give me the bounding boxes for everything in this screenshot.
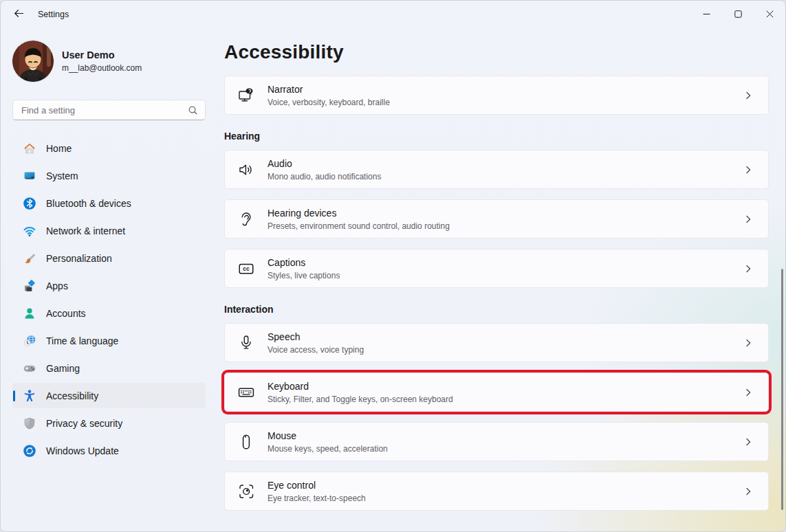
row-title: Audio [268, 158, 743, 169]
chevron-right-icon [743, 165, 753, 175]
sidebar-item-label: Gaming [46, 363, 80, 374]
row-title: Keyboard [268, 381, 743, 392]
close-button[interactable] [754, 1, 785, 28]
section-header-interaction: Interaction [224, 304, 769, 315]
system-icon [23, 169, 36, 183]
accessibility-icon [23, 389, 36, 403]
page-title: Accessibility [224, 41, 769, 63]
sidebar: User Demo m__lab@outlook.com HomeSystemB… [12, 28, 206, 465]
network-icon [23, 224, 36, 238]
chevron-right-icon [743, 388, 753, 397]
profile-name: User Demo [62, 49, 142, 60]
settings-row-hearing-devices[interactable]: Hearing devicesPresets, environment soun… [224, 199, 769, 239]
hearing-devices-icon [237, 210, 255, 228]
settings-row-captions[interactable]: ccCaptionsStyles, live captions [224, 249, 769, 288]
row-text: Eye controlEye tracker, text-to-speech [268, 480, 743, 503]
gaming-icon [23, 362, 36, 375]
home-icon [23, 142, 36, 155]
sidebar-item-windows-update[interactable]: Windows Update [12, 438, 206, 463]
row-text: KeyboardSticky, Filter, and Toggle keys,… [268, 381, 743, 404]
settings-sections: NarratorVoice, verbosity, keyboard, brai… [224, 76, 769, 511]
svg-text:cc: cc [243, 265, 250, 272]
settings-row-mouse[interactable]: MouseMouse keys, speed, acceleration [224, 422, 769, 461]
row-subtitle: Voice access, voice typing [268, 345, 743, 355]
search-input[interactable] [20, 104, 184, 116]
titlebar: Settings [1, 1, 785, 28]
section-header-hearing: Hearing [224, 131, 769, 142]
sidebar-item-label: Personalization [46, 253, 112, 264]
search-icon [188, 105, 198, 115]
chevron-right-icon [743, 487, 753, 496]
sidebar-item-apps[interactable]: Apps [12, 273, 206, 298]
sidebar-item-home[interactable]: Home [12, 135, 206, 161]
close-icon [766, 8, 774, 21]
vertical-scrollbar[interactable] [781, 269, 783, 510]
sidebar-item-privacy-security[interactable]: Privacy & security [12, 410, 206, 436]
settings-row-eye-control[interactable]: Eye controlEye tracker, text-to-speech [224, 472, 769, 511]
row-text: Hearing devicesPresets, environment soun… [268, 208, 743, 231]
chevron-right-icon [743, 91, 753, 100]
row-subtitle: Eye tracker, text-to-speech [268, 494, 743, 503]
row-subtitle: Styles, live captions [268, 271, 743, 280]
settings-row-keyboard[interactable]: KeyboardSticky, Filter, and Toggle keys,… [224, 373, 769, 412]
sidebar-item-label: Windows Update [46, 445, 119, 456]
speech-icon [237, 334, 255, 352]
sidebar-item-accounts[interactable]: Accounts [12, 300, 206, 326]
sidebar-item-label: Accounts [46, 308, 86, 319]
windows-update-icon [23, 444, 36, 458]
sidebar-item-time-language[interactable]: Time & language [12, 328, 206, 353]
row-title: Eye control [268, 480, 743, 491]
row-text: SpeechVoice access, voice typing [268, 331, 743, 355]
time-language-icon [23, 334, 36, 348]
sidebar-item-label: Home [46, 143, 72, 154]
sidebar-item-label: Apps [46, 280, 68, 291]
keyboard-icon [237, 384, 255, 401]
row-title: Mouse [268, 430, 743, 441]
back-arrow-icon [12, 8, 24, 22]
settings-window: Settings [0, 0, 786, 532]
minimize-button[interactable] [690, 1, 722, 28]
profile-text: User Demo m__lab@outlook.com [62, 49, 142, 73]
row-text: MouseMouse keys, speed, acceleration [268, 430, 743, 454]
app-title: Settings [38, 10, 69, 19]
back-button[interactable] [6, 4, 30, 25]
window-controls [690, 1, 785, 28]
audio-icon [237, 161, 255, 179]
sidebar-item-system[interactable]: System [12, 163, 206, 188]
privacy-icon [23, 417, 36, 430]
sidebar-item-label: Privacy & security [46, 418, 122, 429]
settings-row-speech[interactable]: SpeechVoice access, voice typing [224, 323, 769, 362]
sidebar-nav: HomeSystemBluetooth & devicesNetwork & i… [12, 135, 206, 463]
search-box[interactable] [12, 100, 206, 120]
sidebar-item-bluetooth-devices[interactable]: Bluetooth & devices [12, 190, 206, 216]
row-text: AudioMono audio, audio notifications [268, 158, 743, 181]
narrator-icon [237, 87, 255, 104]
main-content: Accessibility NarratorVoice, verbosity, … [224, 28, 769, 521]
captions-icon: cc [237, 260, 255, 278]
row-subtitle: Voice, verbosity, keyboard, braille [268, 98, 743, 107]
row-title: Hearing devices [268, 208, 743, 219]
maximize-button[interactable] [722, 1, 754, 28]
chevron-right-icon [743, 338, 753, 348]
row-subtitle: Sticky, Filter, and Toggle keys, on-scre… [268, 395, 743, 404]
personalization-icon [23, 252, 36, 265]
chevron-right-icon [743, 437, 753, 447]
sidebar-item-gaming[interactable]: Gaming [12, 355, 206, 381]
row-title: Narrator [268, 84, 743, 95]
sidebar-item-accessibility[interactable]: Accessibility [12, 383, 206, 408]
settings-row-narrator[interactable]: NarratorVoice, verbosity, keyboard, brai… [224, 76, 769, 115]
avatar [12, 41, 54, 82]
row-title: Captions [268, 257, 743, 268]
sidebar-item-label: Time & language [46, 335, 118, 346]
sidebar-item-label: System [46, 170, 78, 181]
settings-row-audio[interactable]: AudioMono audio, audio notifications [224, 150, 769, 189]
accounts-icon [23, 307, 36, 320]
row-title: Speech [268, 331, 743, 342]
profile-button[interactable]: User Demo m__lab@outlook.com [12, 41, 206, 82]
apps-icon [23, 279, 36, 293]
row-subtitle: Mono audio, audio notifications [268, 172, 743, 181]
row-text: NarratorVoice, verbosity, keyboard, brai… [268, 84, 743, 107]
sidebar-item-personalization[interactable]: Personalization [12, 245, 206, 271]
sidebar-item-network-internet[interactable]: Network & internet [12, 218, 206, 243]
bluetooth-icon [23, 197, 36, 210]
